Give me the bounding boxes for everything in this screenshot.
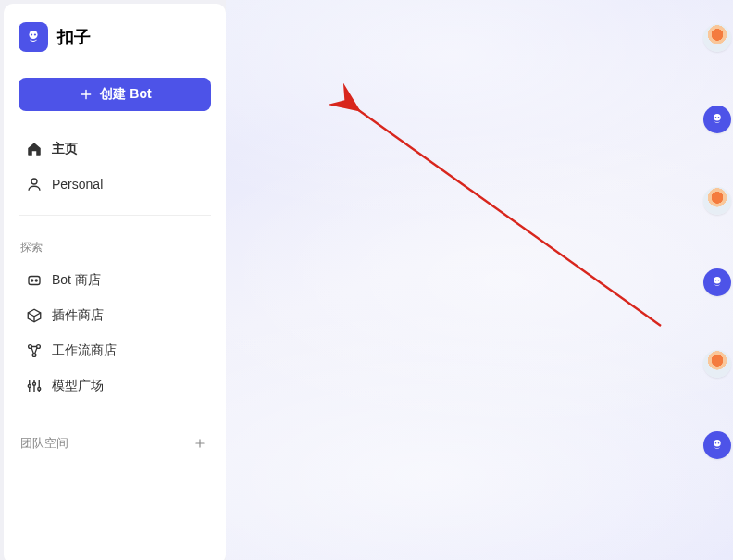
- dock-bot-icon[interactable]: [703, 431, 731, 459]
- svg-point-9: [32, 354, 36, 357]
- add-team-button[interactable]: [191, 434, 209, 453]
- background-waves: [226, 0, 733, 560]
- brand-name: 扣子: [57, 26, 91, 48]
- nav-model-plaza[interactable]: 模型广场: [19, 368, 211, 404]
- nav-personal[interactable]: Personal: [19, 167, 211, 202]
- svg-point-21: [715, 442, 717, 444]
- sliders-icon: [26, 378, 43, 394]
- dock-balloon-icon[interactable]: [703, 187, 731, 215]
- svg-point-10: [28, 385, 31, 388]
- divider: [19, 417, 211, 417]
- dock-bot-icon[interactable]: [703, 106, 731, 133]
- nav-bot-store[interactable]: Bot 商店: [19, 263, 211, 298]
- svg-point-1: [31, 33, 32, 35]
- main-content: [226, 0, 733, 560]
- explore-heading: 探索: [20, 240, 211, 255]
- svg-point-5: [31, 280, 33, 281]
- svg-point-12: [38, 388, 41, 391]
- svg-point-15: [715, 117, 717, 118]
- nav-label: 主页: [52, 141, 78, 157]
- svg-point-0: [29, 31, 37, 39]
- dock-balloon-icon[interactable]: [703, 24, 731, 52]
- create-bot-label: 创建 Bot: [100, 86, 151, 103]
- svg-point-2: [34, 33, 36, 35]
- plus-icon: [193, 437, 206, 450]
- svg-point-6: [35, 280, 37, 281]
- svg-point-11: [33, 382, 36, 385]
- nav-label: 模型广场: [52, 378, 104, 394]
- dock-balloon-icon[interactable]: [703, 350, 731, 378]
- svg-rect-4: [29, 277, 40, 285]
- team-space-label: 团队空间: [20, 435, 68, 452]
- bot-icon: [26, 272, 43, 289]
- sidebar: 扣子 创建 Bot 主页 Personal 探索 Bot 商店 插件商店: [4, 4, 226, 560]
- nav-home[interactable]: 主页: [19, 131, 211, 167]
- workflow-icon: [26, 342, 43, 359]
- brand: 扣子: [19, 22, 211, 52]
- nav-plugin-store[interactable]: 插件商店: [19, 298, 211, 333]
- svg-point-3: [31, 179, 37, 184]
- right-dock: [702, 0, 733, 560]
- nav-label: 工作流商店: [52, 342, 117, 359]
- svg-point-22: [718, 442, 720, 444]
- nav-label: Bot 商店: [52, 272, 101, 289]
- svg-point-17: [714, 277, 721, 284]
- dock-bot-icon[interactable]: [703, 268, 731, 296]
- svg-point-20: [714, 440, 721, 447]
- team-space-row: 团队空间: [19, 434, 211, 453]
- svg-point-16: [718, 117, 720, 118]
- svg-point-14: [714, 114, 721, 121]
- plus-icon: [78, 86, 94, 103]
- package-icon: [26, 307, 43, 324]
- svg-point-18: [715, 280, 717, 281]
- nav-label: Personal: [52, 177, 103, 192]
- user-icon: [26, 176, 43, 193]
- svg-point-19: [718, 280, 720, 281]
- brand-icon: [24, 28, 43, 46]
- brand-logo: [19, 22, 48, 52]
- nav-workflow-store[interactable]: 工作流商店: [19, 333, 211, 368]
- nav-label: 插件商店: [52, 307, 104, 324]
- home-icon: [26, 141, 43, 157]
- create-bot-button[interactable]: 创建 Bot: [19, 78, 211, 111]
- divider: [19, 215, 211, 216]
